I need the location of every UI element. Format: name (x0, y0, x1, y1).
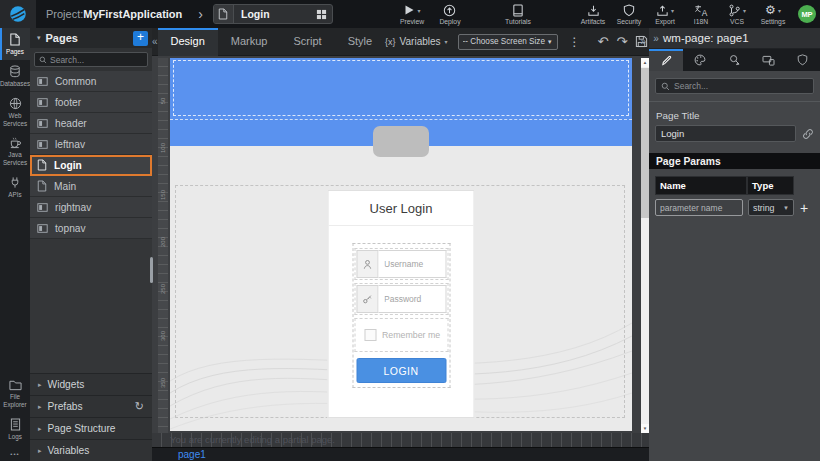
section-widgets[interactable]: ▸ Widgets (30, 373, 152, 395)
scrollbar-thumb[interactable] (641, 68, 649, 218)
logo-placeholder[interactable] (373, 126, 429, 157)
login-card-divider (329, 225, 474, 226)
translate-icon: A (694, 4, 708, 17)
bind-link-icon[interactable] (802, 128, 814, 140)
page-title-input[interactable] (655, 125, 796, 142)
book-icon (512, 4, 524, 17)
scroll-down-icon[interactable]: ▼ (641, 424, 649, 433)
username-input[interactable] (378, 250, 446, 278)
scroll-up-icon[interactable]: ▲ (641, 58, 649, 67)
sidebar-item-java-services[interactable]: Java Services (0, 131, 30, 171)
tab-style[interactable]: Style (335, 28, 385, 56)
more-options-icon[interactable]: ••• (0, 445, 30, 461)
sidebar-item-pages[interactable]: Pages (0, 28, 30, 60)
section-page-structure[interactable]: ▸ Page Structure (30, 417, 152, 439)
login-card-widget[interactable]: User Login (328, 190, 475, 418)
page-params-header: Page Params (649, 153, 820, 169)
tab-script[interactable]: Script (281, 28, 335, 56)
tutorials-button[interactable]: Tutorials (501, 0, 535, 28)
properties-panel: » wm-page: page1 (649, 28, 820, 461)
pages-search-input[interactable] (50, 55, 143, 65)
design-canvas-page[interactable]: User Login (170, 58, 632, 431)
add-param-button[interactable]: + (800, 201, 808, 215)
section-variables[interactable]: ▸ Variables (30, 439, 152, 461)
i18n-button[interactable]: A I18N (684, 0, 718, 28)
page-item-leftnav[interactable]: leftnav (30, 134, 152, 155)
properties-search-input[interactable] (674, 81, 808, 91)
kebab-menu-icon[interactable]: ⋮ (566, 35, 584, 49)
properties-search-box[interactable] (655, 78, 814, 94)
page-item-footer[interactable]: footer (30, 92, 152, 113)
pages-panel-title: Pages (46, 32, 133, 44)
folder-icon (9, 379, 22, 391)
tab-design[interactable]: Design (158, 28, 218, 56)
tab-devices[interactable] (752, 49, 786, 71)
select-arrow-icon: ▼ (547, 39, 553, 45)
sidebar-item-web-services[interactable]: Web Services (0, 92, 30, 132)
deploy-button[interactable]: Deploy (433, 0, 467, 28)
caret-down-icon[interactable]: ▾ (37, 34, 41, 42)
triangle-right-icon: ▸ (38, 425, 42, 433)
wavemaker-studio: Project:MyFirstApplication › Login ▾ Pre… (0, 0, 820, 461)
add-page-button[interactable]: + (133, 31, 148, 46)
sidebar-item-logs[interactable]: Logs (0, 413, 30, 445)
vcs-button[interactable]: ▾ VCS (720, 0, 754, 28)
remember-me-widget[interactable]: Remember me (356, 320, 446, 350)
page-item-topnav[interactable]: topnav (30, 218, 152, 239)
project-title: Project:MyFirstApplication (46, 8, 182, 20)
param-type-select[interactable]: string ▼ (748, 199, 794, 216)
expand-panel-icon[interactable]: » (640, 36, 646, 47)
export-button[interactable]: ▾ Export (648, 0, 682, 28)
canvas-scrollbar[interactable]: ▲ ▼ (641, 58, 649, 433)
sidebar-item-databases[interactable]: Databases (0, 60, 30, 92)
tab-properties[interactable] (649, 49, 683, 71)
key-icon (356, 285, 378, 313)
section-prefabs[interactable]: ▸ Prefabs ↻ (30, 395, 152, 417)
login-form-widget[interactable]: Remember me LOGIN (352, 243, 450, 388)
bottom-bar: page1 (152, 447, 649, 461)
undo-icon[interactable]: ↶ (594, 35, 613, 48)
username-field[interactable] (356, 250, 446, 278)
branch-icon (728, 4, 741, 17)
page-item-header[interactable]: header (30, 113, 152, 134)
panel-scrollbar[interactable] (150, 257, 153, 283)
screen-size-select[interactable]: -- Choose Screen Size -- ▼ (458, 34, 558, 50)
settings-button[interactable]: ⚙▾ Settings (756, 0, 790, 28)
preview-button[interactable]: ▾ Preview (395, 0, 429, 28)
pages-panel-filler (30, 239, 152, 373)
user-icon (356, 250, 378, 278)
pencil-icon (661, 55, 672, 66)
sidebar-item-apis[interactable]: APIs (0, 171, 30, 203)
user-avatar[interactable]: MP (798, 5, 816, 23)
wavemaker-logo[interactable] (0, 0, 36, 28)
bottom-page-tab[interactable]: page1 (178, 449, 206, 460)
page-item-login[interactable]: Login (30, 155, 152, 176)
security-button[interactable]: Security (612, 0, 646, 28)
redo-icon[interactable]: ↷ (612, 35, 631, 48)
page-item-rightnav[interactable]: rightnav (30, 197, 152, 218)
page-item-common[interactable]: Common (30, 71, 152, 92)
sidebar-item-file-explorer[interactable]: File Explorer (0, 374, 30, 413)
artifacts-button[interactable]: Artifacts (576, 0, 610, 28)
pages-search-box[interactable] (34, 52, 148, 67)
param-name-input[interactable] (655, 199, 743, 216)
password-field[interactable] (356, 285, 446, 313)
password-input[interactable] (378, 285, 446, 313)
variables-dropdown[interactable]: {x} Variables ▾ (385, 36, 447, 47)
pages-panel-header: ▾ Pages + (30, 28, 152, 48)
refresh-icon[interactable]: ↻ (135, 400, 144, 413)
tab-markup[interactable]: Markup (218, 28, 281, 56)
tab-security[interactable] (786, 49, 820, 71)
download-icon (587, 4, 600, 17)
remember-me-checkbox[interactable] (364, 329, 376, 341)
shield-outline-icon (797, 54, 808, 66)
open-page-tab[interactable]: Login (213, 4, 333, 24)
grid-icon[interactable] (312, 9, 332, 20)
top-bar-right-actions: Artifacts Security ▾ Export A I18N ▾ VCS… (576, 0, 820, 28)
upload-icon (656, 4, 669, 17)
tab-styles[interactable] (683, 49, 717, 71)
page-item-main[interactable]: Main (30, 176, 152, 197)
expand-panel-icon[interactable]: » (649, 33, 663, 44)
login-button[interactable]: LOGIN (356, 358, 446, 383)
tab-events[interactable] (717, 49, 751, 71)
